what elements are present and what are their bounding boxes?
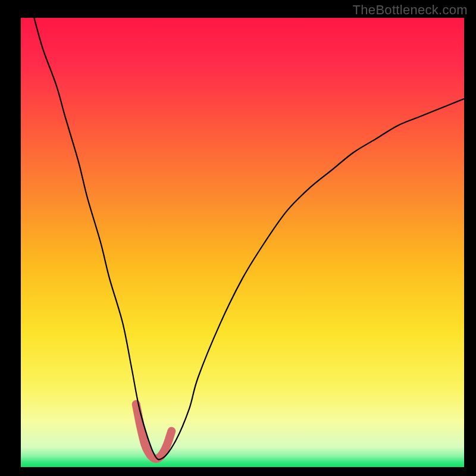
bottleneck-chart bbox=[0, 0, 476, 476]
plot-background bbox=[21, 18, 464, 467]
chart-frame: TheBottleneck.com bbox=[0, 0, 476, 476]
watermark-text: TheBottleneck.com bbox=[353, 2, 468, 18]
